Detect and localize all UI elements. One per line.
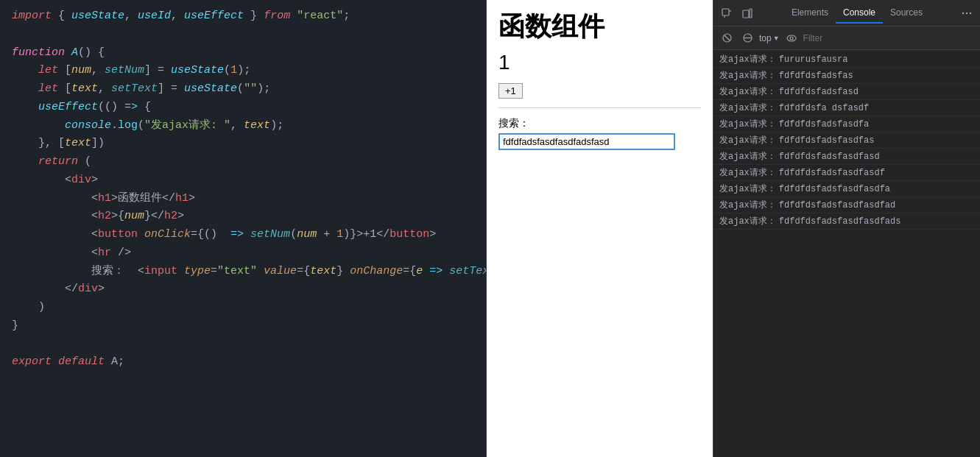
code-line: export default A; (12, 353, 474, 372)
log-entry: 发ajax请求：fdfdfdsfadsfasd (713, 84, 980, 100)
log-value: fururusfausra (779, 54, 848, 65)
code-line: </div> (12, 280, 474, 299)
log-label: 发ajax请求： (719, 102, 776, 114)
code-line: <hr /> (12, 244, 474, 263)
log-entry: 发ajax请求：fdfdfdsfadsfas (713, 68, 980, 84)
log-entry: 发ajax请求：fururusfausra (713, 52, 980, 68)
code-editor: import { useState, useId, useEffect } fr… (0, 0, 486, 457)
svg-rect-4 (750, 9, 752, 18)
log-label: 发ajax请求： (719, 199, 776, 211)
code-line: 搜索： <input type="text" value={text} onCh… (12, 263, 474, 281)
log-label: 发ajax请求： (719, 150, 776, 163)
browser-preview: 函数组件 1 +1 搜索： (486, 0, 713, 457)
svg-point-5 (962, 12, 964, 13)
code-line: } (12, 317, 474, 336)
log-label: 发ajax请求： (719, 183, 776, 195)
preview-title: 函数组件 (498, 9, 701, 45)
log-value: fdfdfdsfadsfas (779, 71, 853, 81)
log-value: fdfdfdsfadsfasdfasd (779, 152, 880, 162)
log-label: 发ajax请求： (719, 166, 776, 179)
log-value: fdfdfdsfadsfasd (779, 87, 859, 97)
svg-point-7 (970, 12, 971, 13)
svg-rect-3 (743, 10, 749, 18)
preview-divider (498, 107, 701, 108)
log-value: fdfdfdsfadsfasdfasdfad (779, 200, 895, 210)
console-eye-icon[interactable] (783, 29, 800, 47)
console-filter-input[interactable] (803, 33, 976, 43)
console-clear-icon[interactable] (718, 29, 736, 47)
log-entry: 发ajax请求：fdfdfdsfadsfasdfasdfad (713, 197, 980, 213)
preview-content: 函数组件 1 +1 搜索： (487, 0, 713, 457)
log-value: fdfdfdsfadsfasdfasdfa (779, 184, 890, 194)
log-entry: 发ajax请求：fdfdfdsfadsfasdfa (713, 116, 980, 132)
code-line (12, 26, 474, 44)
inspect-element-icon[interactable] (716, 3, 737, 24)
log-entry: 发ajax请求：fdfdfdsfa dsfasdf (713, 100, 980, 116)
devtools-panel: Elements Console Sources top (713, 0, 980, 457)
code-line: import { useState, useId, useEffect } fr… (12, 7, 474, 26)
code-line: return ( (12, 153, 474, 171)
log-entry: 发ajax请求：fdfdfdsfadsfasdfasdf (713, 165, 980, 181)
log-entry: 发ajax请求：fdfdfdsfadsfasdfas (713, 132, 980, 149)
log-value: fdfdfdsfadsfasdfa (779, 119, 869, 130)
code-line: ) (12, 299, 474, 317)
log-value: fdfdfdsfadsfasdfasdfads (779, 216, 901, 227)
log-label: 发ajax请求： (719, 134, 776, 146)
code-line: let [text, setText] = useState(""); (12, 80, 474, 99)
svg-line-9 (725, 35, 730, 40)
console-block-icon[interactable] (738, 29, 756, 47)
preview-counter: 1 (498, 51, 701, 74)
code-line (12, 336, 474, 354)
preview-search-input[interactable] (498, 133, 675, 150)
svg-rect-0 (722, 9, 729, 15)
code-line: <div> (12, 171, 474, 190)
code-line: <h2>{num}</h2> (12, 208, 474, 226)
preview-increment-button[interactable]: +1 (498, 83, 523, 99)
devtools-toolbar: Elements Console Sources (713, 0, 980, 26)
preview-search-label: 搜索： (498, 117, 701, 130)
code-line: <button onClick={() => setNum(num + 1)}>… (12, 226, 474, 244)
log-value: fdfdfdsfadsfasdfasdf (779, 168, 885, 178)
code-line: let [num, setNum] = useState(1); (12, 62, 474, 80)
log-label: 发ajax请求： (719, 215, 776, 227)
console-toolbar: top ▼ (713, 26, 980, 50)
tab-elements[interactable]: Elements (784, 3, 836, 24)
svg-point-12 (787, 35, 796, 41)
chevron-down-icon: ▼ (773, 35, 780, 42)
log-label: 发ajax请求： (719, 53, 776, 65)
tab-console[interactable]: Console (836, 3, 883, 24)
svg-point-6 (966, 12, 967, 13)
more-options-icon[interactable] (956, 3, 977, 24)
console-log-area: 发ajax请求：fururusfausra发ajax请求：fdfdfdsfads… (713, 50, 980, 457)
code-line: <h1>函数组件</h1> (12, 190, 474, 208)
log-entry: 发ajax请求：fdfdfdsfadsfasdfasdfads (713, 213, 980, 230)
log-value: fdfdfdsfadsfasdfas (779, 135, 875, 146)
code-line: function A() { (12, 44, 474, 63)
device-toggle-icon[interactable] (737, 3, 758, 24)
top-label: top (759, 33, 772, 43)
log-label: 发ajax请求： (719, 85, 776, 98)
log-entry: 发ajax请求：fdfdfdsfadsfasdfasdfa (713, 181, 980, 197)
code-line: useEffect(() => { (12, 99, 474, 117)
log-value: fdfdfdsfa dsfasdf (779, 103, 869, 113)
top-context-select[interactable]: top ▼ (759, 33, 780, 43)
code-line: console.log("发ajax请求: ", text); (12, 117, 474, 135)
log-label: 发ajax请求： (719, 69, 776, 82)
tab-sources[interactable]: Sources (883, 3, 930, 24)
code-line: }, [text]) (12, 135, 474, 153)
log-entry: 发ajax请求：fdfdfdsfadsfasdfasd (713, 149, 980, 165)
log-label: 发ajax请求： (719, 118, 776, 130)
svg-point-13 (790, 37, 793, 40)
